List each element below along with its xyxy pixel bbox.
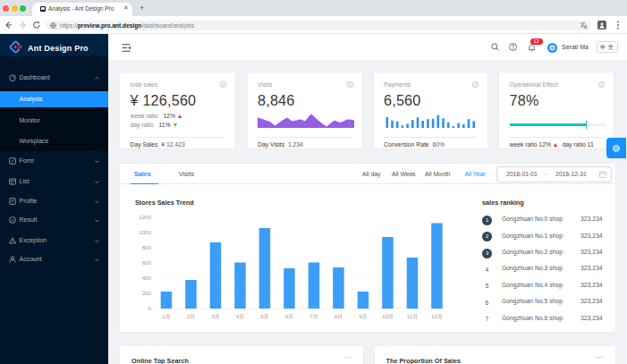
svg-text:5月: 5月 <box>260 313 269 320</box>
svg-text:4月: 4月 <box>236 313 245 320</box>
svg-text:12月: 12月 <box>431 313 443 320</box>
svg-text:11月: 11月 <box>407 313 419 320</box>
svg-text:9月: 9月 <box>359 313 368 320</box>
svg-text:800: 800 <box>142 244 152 250</box>
svg-text:1月: 1月 <box>162 313 171 320</box>
svg-text:10月: 10月 <box>382 313 394 320</box>
svg-text:8月: 8月 <box>335 313 343 320</box>
svg-text:6月: 6月 <box>285 313 294 320</box>
svg-text:400: 400 <box>142 275 152 281</box>
svg-text:3月: 3月 <box>211 313 220 320</box>
svg-text:1200: 1200 <box>139 214 151 220</box>
svg-text:1000: 1000 <box>139 229 151 235</box>
svg-text:0: 0 <box>148 305 152 311</box>
svg-text:600: 600 <box>142 259 152 266</box>
svg-text:7月: 7月 <box>309 313 318 320</box>
svg-text:2月: 2月 <box>187 313 196 320</box>
svg-text:200: 200 <box>142 290 152 296</box>
